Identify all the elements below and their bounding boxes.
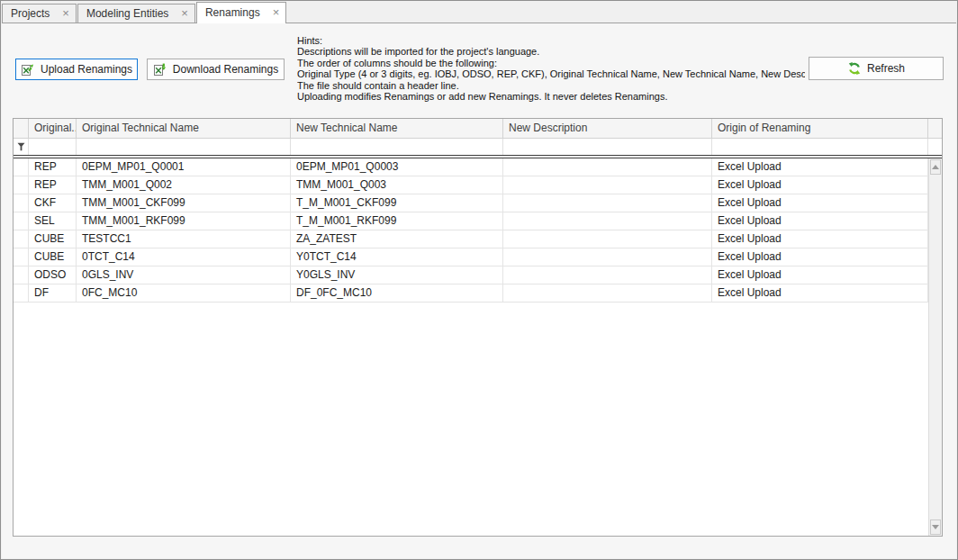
cell-origin-of-renaming: Excel Upload [712, 230, 928, 248]
tab-renamings[interactable]: Renamings × [196, 2, 286, 23]
cell-new-technical-name: T_M_M001_CKF099 [291, 194, 503, 212]
vertical-scrollbar[interactable] [928, 158, 942, 536]
cell-original-type: CUBE [29, 248, 77, 266]
cell-original-technical-name: 0TCT_C14 [77, 248, 291, 266]
filter-row-indicator [14, 139, 29, 155]
table-row[interactable]: DF 0FC_MC10 DF_0FC_MC10 Excel Upload [14, 285, 929, 303]
tab-label: Modeling Entities [86, 7, 168, 20]
renamings-panel: Upload Renamings Download Renamings Refr… [2, 23, 956, 558]
renamings-grid: Original... Original Technical Name New … [13, 118, 943, 537]
filter-cell-new-technical-name[interactable] [291, 139, 503, 155]
cell-new-description [503, 158, 712, 176]
cell-original-type: CKF [29, 194, 77, 212]
cell-new-technical-name: Y0TCT_C14 [291, 248, 503, 266]
upload-renamings-button[interactable]: Upload Renamings [15, 59, 138, 80]
filter-cell-spacer [928, 139, 942, 155]
table-body: REP 0EPM_MP01_Q0001 0EPM_MP01_Q0003 Exce… [14, 158, 929, 303]
tab-bar: Projects × Modeling Entities × Renamings… [2, 1, 956, 23]
cell-new-description [503, 194, 712, 212]
cell-origin-of-renaming: Excel Upload [712, 248, 928, 266]
hint-line: Hints: [297, 35, 805, 46]
hint-line: Descriptions will be imported for the pr… [297, 46, 805, 57]
column-header-new-description[interactable]: New Description [503, 119, 712, 139]
cell-original-technical-name: TMM_M001_CKF099 [77, 194, 291, 212]
table-row[interactable]: CUBE 0TCT_C14 Y0TCT_C14 Excel Upload [14, 248, 929, 266]
table-row[interactable]: CKF TMM_M001_CKF099 T_M_M001_CKF099 Exce… [14, 194, 929, 212]
tab-projects[interactable]: Projects × [2, 4, 77, 23]
column-header-indicator [14, 119, 29, 139]
cell-original-type: REP [29, 158, 77, 176]
table-row[interactable]: REP 0EPM_MP01_Q0001 0EPM_MP01_Q0003 Exce… [14, 158, 929, 176]
cell-original-technical-name: TMM_M001_Q002 [77, 176, 291, 194]
tab-label: Renamings [205, 6, 260, 19]
cell-original-technical-name: 0EPM_MP01_Q0001 [77, 158, 291, 176]
close-icon[interactable]: × [62, 9, 69, 18]
filter-cell-origin-of-renaming[interactable] [712, 139, 928, 155]
scroll-up-button[interactable] [930, 159, 941, 175]
cell-original-technical-name: 0GLS_INV [77, 266, 291, 284]
column-header-origin-of-renaming[interactable]: Origin of Renaming [712, 119, 928, 139]
cell-new-description [503, 176, 712, 194]
table-row[interactable]: REP TMM_M001_Q002 TMM_M001_Q003 Excel Up… [14, 176, 929, 194]
cell-original-technical-name: 0FC_MC10 [77, 285, 291, 302]
hint-line: Original Type (4 or 3 digits, eg. IOBJ, … [297, 68, 805, 79]
cell-original-type: DF [29, 285, 77, 302]
table-row[interactable]: SEL TMM_M001_RKF099 T_M_M001_RKF099 Exce… [14, 212, 929, 230]
cell-new-technical-name: ZA_ZATEST [291, 230, 503, 248]
cell-original-type: ODSO [29, 266, 77, 284]
row-indicator-cell [14, 248, 29, 266]
column-header-spacer [928, 119, 942, 139]
hints-block: Hints: Descriptions will be imported for… [297, 35, 805, 102]
scroll-down-button[interactable] [930, 519, 941, 535]
filter-cell-new-description[interactable] [503, 139, 712, 155]
cell-original-technical-name: TESTCC1 [77, 230, 291, 248]
cell-original-type: SEL [29, 212, 77, 230]
filter-cell-original-technical-name[interactable] [77, 139, 291, 155]
cell-origin-of-renaming: Excel Upload [712, 158, 928, 176]
download-button-label: Download Renamings [173, 63, 278, 76]
filter-funnel-icon [17, 142, 25, 151]
column-header-original-technical-name[interactable]: Original Technical Name [77, 119, 291, 139]
hint-line: The file should contain a header line. [297, 80, 805, 91]
cell-new-description [503, 248, 712, 266]
cell-origin-of-renaming: Excel Upload [712, 266, 928, 284]
close-icon[interactable]: × [273, 8, 280, 17]
cell-original-type: REP [29, 176, 77, 194]
tab-modeling-entities[interactable]: Modeling Entities × [77, 4, 195, 23]
cell-origin-of-renaming: Excel Upload [712, 285, 928, 302]
scroll-down-icon [932, 525, 939, 529]
upload-button-label: Upload Renamings [41, 63, 132, 76]
cell-new-description [503, 285, 712, 302]
cell-new-technical-name: Y0GLS_INV [291, 266, 503, 284]
row-indicator-cell [14, 285, 29, 302]
cell-new-description [503, 230, 712, 248]
cell-original-type: CUBE [29, 230, 77, 248]
row-indicator-cell [14, 230, 29, 248]
cell-new-technical-name: TMM_M001_Q003 [291, 176, 503, 194]
cell-origin-of-renaming: Excel Upload [712, 194, 928, 212]
row-indicator-cell [14, 158, 29, 176]
grid-header-row: Original... Original Technical Name New … [14, 119, 942, 139]
excel-upload-icon [21, 62, 35, 77]
cell-new-description [503, 266, 712, 284]
table-row[interactable]: ODSO 0GLS_INV Y0GLS_INV Excel Upload [14, 266, 929, 285]
cell-original-technical-name: TMM_M001_RKF099 [77, 212, 291, 230]
excel-download-icon [153, 62, 167, 77]
cell-new-description [503, 212, 712, 230]
refresh-button-label: Refresh [867, 62, 905, 75]
cell-new-technical-name: 0EPM_MP01_Q0003 [291, 158, 503, 176]
table-row[interactable]: CUBE TESTCC1 ZA_ZATEST Excel Upload [14, 230, 929, 248]
filter-row [14, 139, 942, 155]
refresh-icon [847, 61, 862, 76]
hint-line: The order of columns should be the follo… [297, 58, 805, 68]
column-header-original-type[interactable]: Original... [29, 119, 77, 139]
row-indicator-cell [14, 176, 29, 194]
cell-new-technical-name: T_M_M001_RKF099 [291, 212, 503, 230]
download-renamings-button[interactable]: Download Renamings [147, 59, 285, 80]
close-icon[interactable]: × [181, 9, 188, 18]
refresh-button[interactable]: Refresh [809, 57, 944, 80]
row-indicator-cell [14, 194, 29, 212]
column-header-new-technical-name[interactable]: New Technical Name [291, 119, 503, 139]
row-indicator-cell [14, 212, 29, 230]
filter-cell-original-type[interactable] [29, 139, 77, 155]
